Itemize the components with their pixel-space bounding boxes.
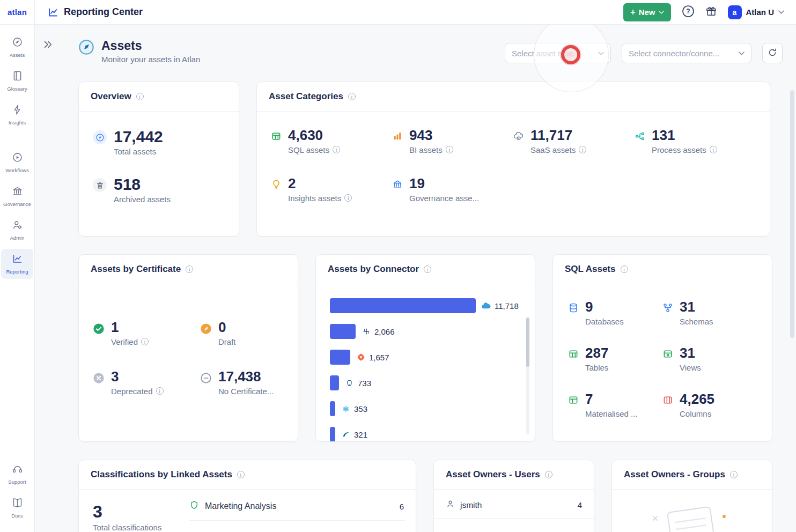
connector-row-tableau: 2,066 [330,324,521,339]
connector-bar[interactable] [330,324,356,339]
sidebar-item-assets[interactable]: Assets [1,32,33,62]
classification-name: Marketing Analysis [205,501,276,511]
verified-stat: 1 Verified [93,320,200,346]
collapse-sidebar-button[interactable] [43,40,53,51]
dbt-icon [356,352,366,363]
sql-assets-stat: 4,630 SQL assets [271,128,392,154]
sidebar-item-admin[interactable]: Admin [1,215,33,245]
sidebar-item-glossary[interactable]: Glossary [1,66,33,96]
info-icon[interactable] [186,265,193,273]
card-title: Asset Owners - Users [446,469,540,480]
connector-bar[interactable] [330,401,335,416]
info-icon[interactable] [333,146,340,153]
info-icon[interactable] [156,387,164,395]
main-content: Assets Monitor your assets in Atlan Sele… [35,25,796,532]
user-owner-row[interactable]: jsmith 4 [434,490,594,519]
assets-by-connector-card: Assets by Connector 11,718 2,066 [315,254,535,442]
app-title-wrap: Reporting Center [35,6,143,18]
app-title: Reporting Center [64,6,143,18]
connector-value: 353 [354,404,367,413]
help-button[interactable]: ? [682,5,695,19]
connector-value: 11,718 [495,301,519,311]
chart-scrollbar-thumb[interactable] [526,317,529,367]
sidebar-item-docs[interactable]: Docs [1,493,33,523]
info-icon[interactable] [579,146,586,153]
stat-label: SaaS assets [530,145,576,154]
card-title: Assets by Certificate [91,264,181,275]
connector-value: 1,657 [369,353,389,362]
draft-badge-icon [200,323,212,335]
deprecated-badge-icon [93,372,105,384]
stat-label: Archived assets [114,195,171,204]
page-scrollbar-thumb[interactable] [790,90,794,338]
sidebar: Assets Glossary Insights Workflows Gover… [0,25,35,532]
gift-icon [705,5,717,19]
info-icon[interactable] [545,471,552,478]
atlan-logo[interactable]: atlan [8,8,27,17]
process-flow-icon [635,131,645,142]
sidebar-item-governance[interactable]: Governance [1,181,33,211]
top-bar: atlan Reporting Center New ? [0,0,796,25]
info-icon[interactable] [141,338,149,345]
card-title: Overview [91,91,131,102]
chevron-down-icon [659,11,664,14]
cloud-database-icon [513,131,524,142]
info-icon[interactable] [710,146,717,153]
classifications-card: Classifications by Linked Assets 3 Total… [78,460,416,532]
stat-value: 31 [680,299,713,315]
sidebar-item-reporting[interactable]: Reporting [1,249,33,279]
views-stat: 31 Views [662,345,757,372]
page-title: Assets [101,39,200,53]
sql-assets-card: SQL Assets 9 Databases [552,254,772,442]
new-button[interactable]: New [623,3,670,21]
sidebar-item-insights[interactable]: Insights [1,100,33,130]
info-icon[interactable] [348,93,356,100]
info-icon[interactable] [446,146,453,153]
card-title: SQL Assets [565,264,616,275]
stat-label: Process assets [652,145,706,154]
line-chart-icon [12,253,23,267]
stat-label: No Certificate... [218,387,274,396]
mysql-icon [341,430,351,440]
stat-value: 3 [111,369,164,385]
connector-select[interactable]: Select connector/conne... [622,43,751,63]
stat-label: SQL assets [288,145,329,154]
snowflake-icon: ❄ [341,404,351,414]
lightning-icon [12,104,23,117]
info-icon[interactable] [136,93,144,100]
stat-label: Insights assets [288,194,341,203]
overview-card: Overview 17,442 Total assets [78,82,239,237]
user-name: jsmith [460,500,482,510]
connector-bar[interactable] [330,298,476,313]
materialised-views-stat: 7 Materialised ... [568,391,662,418]
table-grid-icon [271,131,282,142]
asset-type-select[interactable]: Select asset type [505,43,611,63]
info-icon[interactable] [344,194,352,202]
info-icon[interactable] [237,471,245,478]
gift-button[interactable] [705,5,717,19]
stat-label: BI assets [409,145,443,154]
stat-value: 9 [585,299,624,315]
info-icon[interactable] [621,265,628,273]
logo-cell: atlan [0,0,35,24]
user-menu[interactable]: a Atlan U [728,5,785,19]
connector-row-salesforce: 11,718 [330,298,521,313]
stat-value: 943 [409,128,453,144]
info-icon[interactable] [730,471,738,478]
schemas-stat: 31 Schemas [662,299,757,326]
asset-owners-users-card: Asset Owners - Users jsmith 4 [433,460,594,532]
connector-bar[interactable] [330,350,350,365]
connector-bar[interactable] [330,427,335,442]
stat-label: Tables [585,363,608,372]
governance-assets-stat: 19 Governance asse... [392,176,513,203]
sidebar-item-support[interactable]: Support [1,459,33,489]
info-icon[interactable] [424,265,431,273]
sidebar-item-workflows[interactable]: Workflows [1,147,33,178]
table-grid-icon [568,349,579,359]
classification-row[interactable]: Marketing Analysis 6 [189,490,405,521]
stat-value: 0 [218,320,236,336]
draft-stat: 0 Draft [200,320,284,346]
salesforce-icon [481,301,491,311]
refresh-button[interactable] [762,43,783,63]
connector-bar[interactable] [330,375,339,390]
